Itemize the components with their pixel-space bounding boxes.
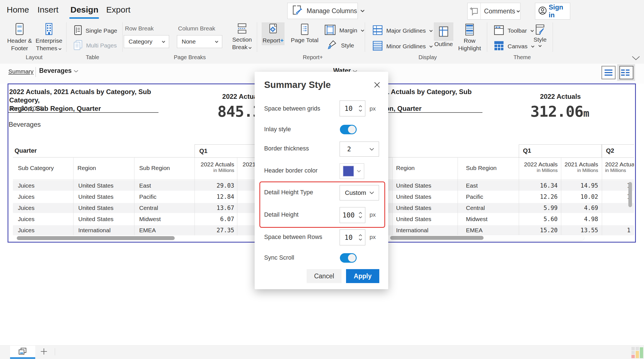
chevron-down-icon [369, 191, 374, 194]
table-cell-number-partial: 1 [627, 227, 631, 234]
table-group-label: Table [86, 54, 99, 61]
two-column-view-button[interactable] [619, 66, 633, 79]
page-breaks-group-label: Page Breaks [174, 54, 206, 61]
spinner-arrows[interactable] [357, 105, 363, 112]
apply-button[interactable]: Apply [346, 269, 379, 283]
right-q2-group-cell: Q2 [602, 144, 634, 158]
major-gridlines-icon [372, 25, 383, 36]
ribbon-tab-export[interactable]: Export [106, 5, 131, 15]
inlay-style-toggle[interactable] [340, 125, 357, 134]
row-break-select[interactable]: Category [124, 35, 169, 48]
tab-summary-link[interactable]: Summary [8, 68, 34, 75]
logo-red-bar [631, 355, 635, 358]
bar [605, 70, 612, 71]
border-thickness-select[interactable]: 2 [340, 142, 379, 157]
canvas-icon [494, 41, 504, 52]
manage-columns-button[interactable]: Manage Columns [287, 3, 358, 19]
minor-gridlines-icon [372, 41, 383, 52]
close-icon[interactable] [373, 81, 381, 90]
sign-in-button[interactable]: Sign in [535, 3, 570, 20]
ribbon-tab-home[interactable]: Home [7, 5, 29, 15]
table-cell: Midwest [139, 216, 161, 222]
tab-beverages[interactable]: Beverages [39, 67, 79, 75]
page-total-button[interactable]: Page Total [289, 23, 320, 44]
chevron-down-icon [357, 170, 361, 173]
multi-pages-icon [73, 40, 83, 51]
table-cell: Juices [18, 227, 35, 234]
add-page-button[interactable] [35, 346, 53, 357]
style-label: Style [341, 42, 354, 49]
major-gridlines-button[interactable]: Major Gridlines [372, 25, 433, 36]
theme-group-label: Theme [513, 54, 531, 61]
left-col-2022: 2022 Actualsin Millions [195, 161, 234, 173]
table-cell-number: 5.60 [518, 216, 558, 222]
table-cell-number: 14.95 [560, 182, 598, 189]
enterprise-themes-button[interactable]: Enterprise Themes [32, 23, 65, 52]
multi-pages-label: Multi Pages [86, 42, 117, 49]
row-highlight-button[interactable]: RowHighlight [456, 23, 484, 52]
spinner-arrows[interactable] [357, 234, 363, 241]
page-tab-active[interactable] [10, 346, 35, 357]
table-cell: East [139, 182, 151, 189]
chevron-down-icon [516, 9, 520, 14]
comments-button[interactable]: Comments [467, 3, 520, 20]
single-page-button[interactable]: Single Page [74, 25, 117, 36]
ribbon-tab-design[interactable]: Design [70, 5, 98, 15]
tab-divider [35, 67, 36, 77]
table-cell-number: 10.02 [560, 193, 598, 200]
group-divider [487, 22, 487, 52]
row-highlight-icon [465, 32, 474, 37]
margin-icon [324, 25, 336, 36]
sign-in-label: Sign in [549, 3, 567, 19]
summary-style-dialog: Summary Style Space between grids 10 px … [255, 72, 388, 289]
pages-icon [18, 347, 27, 356]
outline-button[interactable]: Outline [434, 22, 453, 47]
column-break-select[interactable]: None [177, 35, 222, 48]
sync-scroll-toggle[interactable] [340, 253, 357, 263]
margin-label: Margin [339, 27, 357, 34]
toggle-knob [348, 254, 356, 262]
single-column-view-button[interactable] [602, 66, 615, 79]
report-plus-button[interactable]: Report+ [262, 22, 285, 45]
minor-gridlines-button[interactable]: Minor Gridlines [372, 41, 433, 52]
toolbar-button[interactable]: Toolbar [494, 25, 534, 36]
table-row-stripe [13, 181, 295, 191]
app-window: Home Insert Design Export Manage Columns… [0, 0, 644, 359]
header-footer-button[interactable]: Header & Footer [7, 23, 32, 52]
detail-height-input[interactable]: 100 [340, 207, 365, 223]
right-col-2021-q1: 2021 Actualsin Millions [563, 161, 598, 173]
cancel-button[interactable]: Cancel [307, 269, 342, 283]
table-cell: Central [466, 205, 485, 211]
chevron-down-icon [360, 8, 365, 13]
left-horizontal-scrollbar[interactable] [17, 236, 175, 240]
right-horizontal-scrollbar[interactable] [390, 236, 484, 240]
table-cell-number: 5.99 [518, 205, 558, 211]
manage-columns-label: Manage Columns [307, 7, 357, 15]
multi-pages-button[interactable]: Multi Pages [73, 40, 117, 51]
collapse-ribbon-chevron-icon[interactable] [631, 55, 641, 62]
table-cell: United States [396, 193, 431, 200]
detail-height-label: Detail Height [264, 211, 299, 218]
spinner-arrows[interactable] [357, 212, 363, 218]
space-between-rows-label: Space between Rows [264, 234, 322, 241]
right-vertical-scrollbar[interactable] [628, 182, 632, 207]
detail-height-type-select[interactable]: Custom [340, 185, 379, 200]
header-border-color-picker[interactable] [340, 163, 364, 179]
margin-button[interactable]: Margin [324, 25, 364, 36]
dialog-title: Summary Style [264, 80, 331, 90]
canvas-button[interactable]: Canvas [494, 41, 535, 52]
style-button[interactable]: Style [326, 40, 354, 51]
theme-style-button[interactable]: Style [530, 24, 550, 48]
space-between-rows-input[interactable]: 10 [340, 229, 365, 245]
section-break-button[interactable]: SectionBreak [231, 23, 253, 51]
ribbon-tab-insert[interactable]: Insert [37, 5, 58, 15]
space-between-grids-input[interactable]: 10 [340, 100, 365, 116]
table-cell: Juices [18, 193, 35, 200]
table-cell-number: 12.26 [518, 193, 558, 200]
table-cell: United States [396, 205, 431, 211]
chevron-down-icon [538, 45, 542, 47]
table-cell: United States [396, 216, 431, 222]
detail-height-type-label: Detail Height Type [264, 189, 313, 196]
table-cell: Juices [18, 205, 35, 211]
layout-group-label: Layout [26, 54, 42, 61]
